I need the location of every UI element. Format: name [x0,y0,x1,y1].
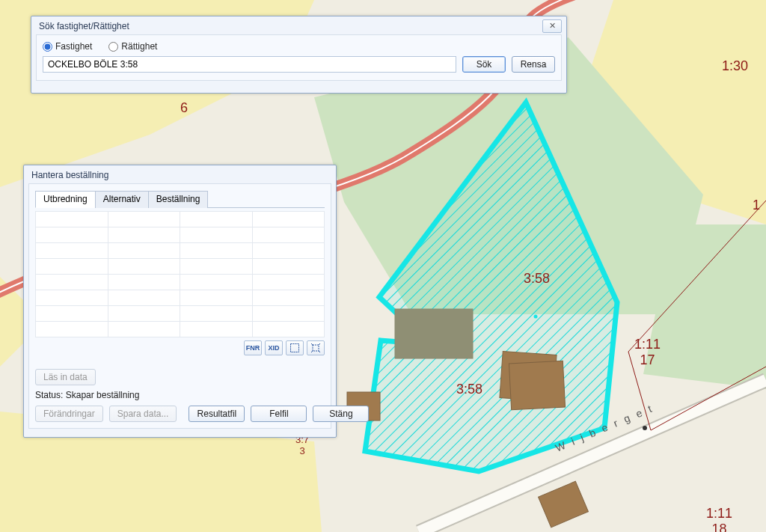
radio-rattighet[interactable]: Rättighet [108,41,157,52]
tab-bar: Utbredning Alternativ Beställning [35,190,325,208]
radio-fastighet-label: Fastighet [55,41,92,52]
tab-bestallning[interactable]: Beställning [148,191,209,208]
tab-utbredning[interactable]: Utbredning [35,191,96,208]
svg-rect-5 [395,309,473,358]
save-data-button: Spara data... [109,406,177,422]
svg-rect-11 [313,345,319,351]
clear-button[interactable]: Rensa [512,56,555,73]
search-input[interactable] [43,56,456,73]
search-dialog-title: Sök fastighet/Rättighet [31,16,566,34]
search-dialog: Sök fastighet/Rättighet ✕ Fastighet Rätt… [31,16,567,94]
read-data-button: Läs in data [35,369,96,385]
svg-rect-7 [509,361,565,410]
radio-rattighet-input[interactable] [108,42,118,52]
xid-button[interactable]: XID [265,340,283,355]
svg-rect-10 [291,344,299,352]
search-button[interactable]: Sök [462,56,506,73]
radio-rattighet-label: Rättighet [121,41,157,52]
fnr-button[interactable]: FNR [244,340,262,355]
tab-alternativ[interactable]: Alternativ [95,191,149,208]
fail-file-button[interactable]: Felfil [251,406,307,422]
order-dialog: Hantera beställning Utbredning Alternati… [23,165,337,438]
close-button[interactable]: Stäng [313,406,369,422]
changes-button: Förändringar [35,406,103,422]
result-file-button[interactable]: Resultatfil [189,406,245,422]
svg-point-1 [643,426,647,430]
select-area-icon[interactable] [286,340,304,355]
expand-selection-icon[interactable] [307,340,325,355]
extent-grid[interactable] [35,211,325,337]
radio-fastighet[interactable]: Fastighet [43,41,92,52]
close-icon[interactable]: ✕ [542,19,562,33]
svg-point-4 [534,315,538,319]
radio-fastighet-input[interactable] [43,42,52,52]
status-text: Status: Skapar beställning [35,390,325,400]
order-dialog-title: Hantera beställning [24,165,336,183]
